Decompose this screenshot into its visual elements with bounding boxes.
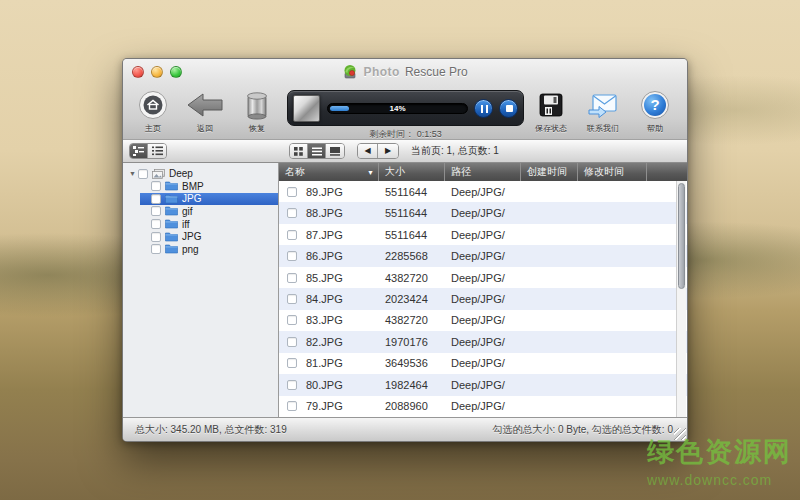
cell-path: Deep/JPG/ xyxy=(445,272,521,284)
folder-icon xyxy=(165,206,178,216)
folder-checkbox[interactable] xyxy=(151,232,161,242)
prev-page-button[interactable]: ◀ xyxy=(358,144,378,158)
row-checkbox[interactable] xyxy=(287,273,297,283)
tree-root-item[interactable]: ▼ Deep xyxy=(123,167,278,180)
root-checkbox[interactable] xyxy=(138,169,148,179)
home-label: 主页 xyxy=(145,123,161,134)
row-checkbox[interactable] xyxy=(287,358,297,368)
folder-checkbox[interactable] xyxy=(151,206,161,216)
page-info: 当前页: 1, 总页数: 1 xyxy=(411,144,499,158)
title-text: Rescue Pro xyxy=(405,65,468,79)
disclosure-triangle-icon[interactable]: ▼ xyxy=(129,170,138,177)
help-icon: ? xyxy=(640,88,670,122)
folder-checkbox[interactable] xyxy=(151,219,161,229)
cell-size: 3649536 xyxy=(379,357,445,369)
cell-name: 87.JPG xyxy=(279,229,379,241)
back-button[interactable]: 返回 xyxy=(179,88,231,134)
tree-view-button[interactable] xyxy=(130,144,148,158)
table-row[interactable]: 84.JPG 2023424 Deep/JPG/ xyxy=(279,288,687,309)
table-row[interactable]: 83.JPG 4382720 Deep/JPG/ xyxy=(279,310,687,331)
row-checkbox[interactable] xyxy=(287,315,297,325)
minimize-button[interactable] xyxy=(151,66,163,78)
row-checkbox[interactable] xyxy=(287,208,297,218)
traffic-lights xyxy=(132,66,182,78)
column-header-path[interactable]: 路径 xyxy=(445,163,521,181)
recover-canister-icon xyxy=(244,88,270,122)
column-header-size[interactable]: 大小 xyxy=(379,163,445,181)
cell-name: 89.JPG xyxy=(279,186,379,198)
pause-icon xyxy=(481,105,488,113)
column-header-created[interactable]: 创建时间 xyxy=(521,163,578,181)
table-row[interactable]: 79.JPG 2088960 Deep/JPG/ xyxy=(279,396,687,417)
folder-icon xyxy=(165,244,178,254)
next-page-button[interactable]: ▶ xyxy=(378,144,398,158)
folder-checkbox[interactable] xyxy=(151,244,161,254)
folder-icon xyxy=(165,219,178,229)
table-row[interactable]: 87.JPG 5511644 Deep/JPG/ xyxy=(279,224,687,245)
list-detail-view-button[interactable] xyxy=(308,144,326,158)
preview-thumbnail xyxy=(293,95,320,122)
cell-size: 2285568 xyxy=(379,250,445,262)
flat-list-view-button[interactable] xyxy=(148,144,166,158)
row-checkbox[interactable] xyxy=(287,230,297,240)
file-name: 85.JPG xyxy=(306,272,343,284)
zoom-button[interactable] xyxy=(170,66,182,78)
folder-checkbox[interactable] xyxy=(151,194,161,204)
progress-module: 14% xyxy=(287,90,524,126)
row-checkbox[interactable] xyxy=(287,187,297,197)
home-button[interactable]: 主页 xyxy=(127,88,179,134)
table-row[interactable]: 89.JPG 5511644 Deep/JPG/ xyxy=(279,181,687,202)
save-state-button[interactable]: 保存状态 xyxy=(525,88,577,134)
folder-label: JPG xyxy=(182,193,201,204)
watermark-url: www.downcc.com xyxy=(647,472,792,488)
file-name: 79.JPG xyxy=(306,400,343,412)
row-checkbox[interactable] xyxy=(287,294,297,304)
column-header-name[interactable]: 名称 ▼ xyxy=(279,163,379,181)
row-checkbox[interactable] xyxy=(287,337,297,347)
progress-percent: 14% xyxy=(328,104,467,113)
vertical-scrollbar[interactable] xyxy=(676,181,686,417)
column-header-filler xyxy=(647,163,687,181)
cell-size: 4382720 xyxy=(379,314,445,326)
save-state-label: 保存状态 xyxy=(535,123,567,134)
resize-grip[interactable] xyxy=(674,428,686,440)
table-row[interactable]: 81.JPG 3649536 Deep/JPG/ xyxy=(279,353,687,374)
window-title: Photo Rescue Pro xyxy=(342,64,467,80)
cell-path: Deep/JPG/ xyxy=(445,186,521,198)
help-button[interactable]: ? 帮助 xyxy=(629,88,681,134)
drive-image-icon xyxy=(152,169,165,179)
table-row[interactable]: 85.JPG 4382720 Deep/JPG/ xyxy=(279,267,687,288)
sidebar-folder-item[interactable]: JPG xyxy=(140,193,278,206)
title-bar[interactable]: Photo Rescue Pro xyxy=(123,59,687,85)
table-row[interactable]: 88.JPG 5511644 Deep/JPG/ xyxy=(279,202,687,223)
sidebar-folder-item[interactable]: png xyxy=(140,243,278,256)
folder-icon xyxy=(165,181,178,191)
folder-checkbox[interactable] xyxy=(151,181,161,191)
row-checkbox[interactable] xyxy=(287,251,297,261)
sidebar-folder-item[interactable]: JPG xyxy=(140,230,278,243)
contact-button[interactable]: 联系我们 xyxy=(577,88,629,134)
sidebar-folder-item[interactable]: gif xyxy=(140,205,278,218)
pause-button[interactable] xyxy=(474,99,493,118)
title-brand: Photo xyxy=(363,65,400,79)
scrollbar-thumb[interactable] xyxy=(678,183,685,289)
stop-button[interactable] xyxy=(499,99,518,118)
cell-size: 5511644 xyxy=(379,229,445,241)
sidebar-folder-item[interactable]: iff xyxy=(140,218,278,231)
column-header-modified[interactable]: 修改时间 xyxy=(578,163,647,181)
row-checkbox[interactable] xyxy=(287,380,297,390)
sidebar-folder-item[interactable]: BMP xyxy=(140,180,278,193)
row-checkbox[interactable] xyxy=(287,401,297,411)
recover-button[interactable]: 恢复 xyxy=(231,88,283,134)
cell-size: 4382720 xyxy=(379,272,445,284)
view-toolbar: ◀ ▶ 当前页: 1, 总页数: 1 xyxy=(123,139,687,163)
cell-size: 1970176 xyxy=(379,336,445,348)
preview-view-button[interactable] xyxy=(326,144,344,158)
grid-view-button[interactable] xyxy=(290,144,308,158)
file-name: 83.JPG xyxy=(306,314,343,326)
table-row[interactable]: 82.JPG 1970176 Deep/JPG/ xyxy=(279,331,687,352)
table-row[interactable]: 86.JPG 2285568 Deep/JPG/ xyxy=(279,245,687,266)
table-row[interactable]: 80.JPG 1982464 Deep/JPG/ xyxy=(279,374,687,395)
close-button[interactable] xyxy=(132,66,144,78)
status-bar: 总大小: 345.20 MB, 总文件数: 319 勾选的总大小: 0 Byte… xyxy=(123,417,687,441)
